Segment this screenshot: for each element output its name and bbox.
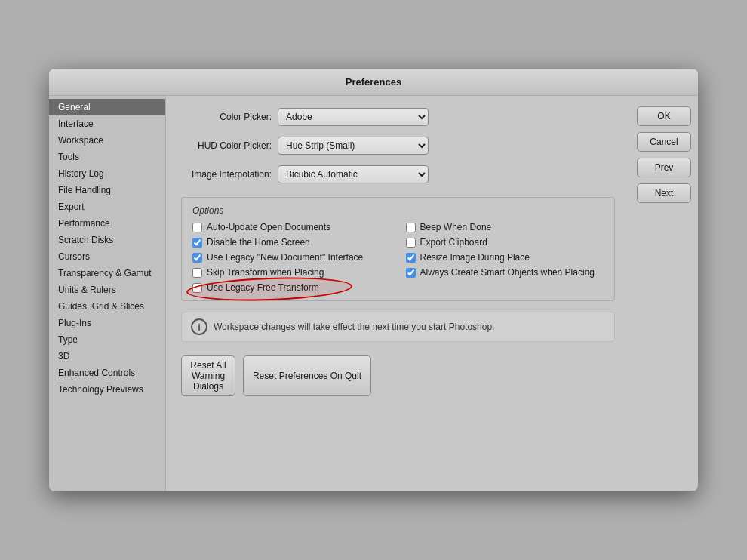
checkbox-disable-home-input[interactable] [192,238,202,248]
checkbox-export-clipboard-input[interactable] [406,238,416,248]
checkbox-legacy-free-transform-container: Use Legacy Free Transform [192,282,391,293]
checkbox-legacy-free-transform-input[interactable] [192,283,202,293]
sidebar-item-enhanced-controls[interactable]: Enhanced Controls [49,365,165,381]
checkbox-legacy-free-transform-label: Use Legacy Free Transform [207,282,319,293]
options-grid: Auto-Update Open Documents Beep When Don… [192,222,604,293]
cancel-button[interactable]: Cancel [637,132,691,152]
sidebar-item-guides-grid--slices[interactable]: Guides, Grid & Slices [49,298,165,315]
checkbox-skip-transform: Skip Transform when Placing [192,267,391,278]
reset-preferences-button[interactable]: Reset Preferences On Quit [243,355,371,396]
sidebar-item-export[interactable]: Export [49,198,165,215]
sidebar-item-scratch-disks[interactable]: Scratch Disks [49,232,165,248]
hud-color-picker-label: HUD Color Picker: [181,140,272,151]
checkbox-disable-home: Disable the Home Screen [192,237,391,248]
checkbox-skip-transform-label: Skip Transform when Placing [207,267,324,278]
bottom-buttons: Reset All Warning Dialogs Reset Preferen… [181,355,615,396]
sidebar-item-history-log[interactable]: History Log [49,165,165,182]
main-content: Color Picker: Adobe HUD Color Picker: Hu… [166,96,630,491]
sidebar-item-type[interactable]: Type [49,331,165,348]
image-interpolation-select[interactable]: Bicubic Automatic [278,165,429,183]
checkbox-skip-transform-input[interactable] [192,268,202,278]
checkbox-beep-label: Beep When Done [420,222,492,232]
info-row: i Workspace changes will take effect the… [181,312,615,342]
checkbox-always-smart-objects: Always Create Smart Objects when Placing [406,267,604,278]
sidebar-item-3d[interactable]: 3D [49,348,165,365]
sidebar-item-general[interactable]: General [49,99,165,115]
ok-button[interactable]: OK [637,106,691,126]
sidebar: GeneralInterfaceWorkspaceToolsHistory Lo… [49,96,166,491]
checkbox-always-smart-objects-input[interactable] [406,268,416,278]
checkbox-auto-update: Auto-Update Open Documents [192,222,391,232]
sidebar-item-workspace[interactable]: Workspace [49,132,165,149]
checkbox-auto-update-label: Auto-Update Open Documents [207,222,330,232]
dialog-title: Preferences [49,69,698,96]
checkbox-beep: Beep When Done [406,222,604,232]
checkbox-use-legacy-new-doc-input[interactable] [192,253,202,263]
checkbox-resize-image: Resize Image During Place [406,252,604,263]
options-title: Options [192,205,604,216]
checkbox-always-smart-objects-label: Always Create Smart Objects when Placing [420,267,595,278]
options-box: Options Auto-Update Open Documents Beep … [181,197,615,301]
sidebar-item-transparency--gamut[interactable]: Transparency & Gamut [49,265,165,282]
checkbox-use-legacy-new-doc: Use Legacy "New Document" Interface [192,252,391,263]
sidebar-item-performance[interactable]: Performance [49,215,165,232]
hud-color-picker-row: HUD Color Picker: Hue Strip (Small) [181,137,615,155]
checkbox-export-clipboard-label: Export Clipboard [420,237,487,248]
info-message: Workspace changes will take effect the n… [214,322,494,332]
sidebar-item-cursors[interactable]: Cursors [49,248,165,265]
reset-warnings-button[interactable]: Reset All Warning Dialogs [181,355,235,396]
color-picker-label: Color Picker: [181,112,272,122]
checkbox-use-legacy-new-doc-label: Use Legacy "New Document" Interface [207,252,363,263]
checkbox-resize-image-input[interactable] [406,253,416,263]
color-picker-select[interactable]: Adobe [278,108,429,126]
checkbox-disable-home-label: Disable the Home Screen [207,237,310,248]
color-picker-row: Color Picker: Adobe [181,108,615,126]
sidebar-item-tools[interactable]: Tools [49,149,165,165]
next-button[interactable]: Next [637,183,691,203]
checkbox-auto-update-input[interactable] [192,223,202,232]
checkbox-beep-input[interactable] [406,223,416,232]
image-interpolation-row: Image Interpolation: Bicubic Automatic [181,165,615,183]
checkbox-export-clipboard: Export Clipboard [406,237,604,248]
info-icon: i [191,318,208,335]
checkbox-resize-image-label: Resize Image During Place [420,252,530,263]
sidebar-item-units--rulers[interactable]: Units & Rulers [49,282,165,298]
image-interpolation-label: Image Interpolation: [181,169,272,180]
checkbox-legacy-free-transform: Use Legacy Free Transform [192,282,391,293]
hud-color-picker-select[interactable]: Hue Strip (Small) [278,137,429,155]
button-panel: OK Cancel Prev Next [630,96,698,491]
sidebar-item-plug-ins[interactable]: Plug-Ins [49,315,165,331]
sidebar-item-technology-previews[interactable]: Technology Previews [49,381,165,398]
preferences-dialog: Preferences GeneralInterfaceWorkspaceToo… [49,69,698,491]
sidebar-item-interface[interactable]: Interface [49,115,165,132]
sidebar-item-file-handling[interactable]: File Handling [49,182,165,198]
prev-button[interactable]: Prev [637,158,691,177]
